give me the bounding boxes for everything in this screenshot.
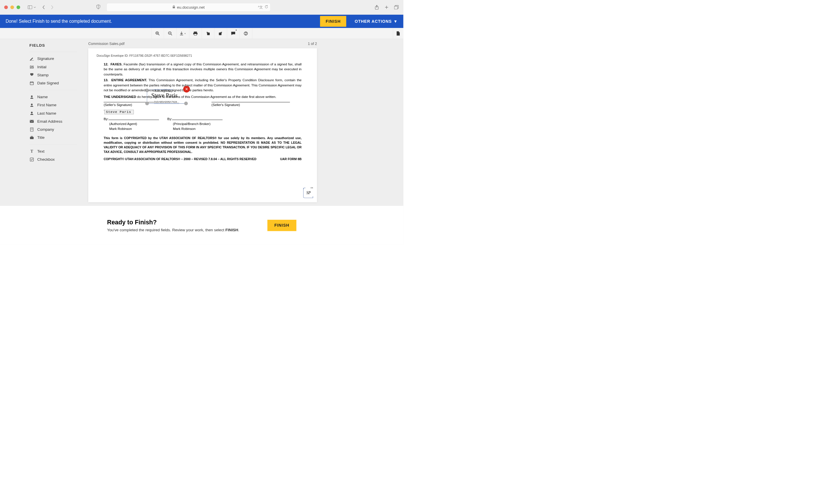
zoom-out-button[interactable] — [164, 28, 177, 39]
tabs-overview-icon[interactable] — [394, 5, 399, 10]
minimize-window-button[interactable] — [10, 5, 14, 9]
browser-chrome: eu.docusign.net ᴬ文 — [0, 0, 404, 15]
other-actions-label: OTHER ACTIONS — [355, 19, 392, 24]
field-title[interactable]: Title — [29, 134, 77, 142]
resize-handle-icon[interactable] — [145, 89, 149, 93]
email-address-icon — [29, 119, 34, 124]
privacy-shield-icon[interactable] — [96, 4, 101, 10]
svg-rect-0 — [28, 5, 32, 9]
svg-point-31 — [31, 95, 33, 97]
envelope-id: DocuSign Envelope ID: FF11879E-D52F-4767… — [97, 54, 308, 58]
download-button[interactable]: ▼ — [177, 28, 189, 39]
finish-button-large[interactable]: FINISH — [267, 220, 296, 231]
initials-ds-label: DS — [311, 187, 313, 189]
svg-rect-34 — [30, 120, 34, 123]
paragraph-13: 13. ENTIRE AGREEMENT. This Commission Ag… — [104, 78, 302, 93]
field-name[interactable]: Name — [29, 93, 77, 101]
company-icon — [29, 127, 34, 132]
refresh-icon[interactable] — [264, 5, 268, 10]
stamp-icon — [29, 73, 34, 77]
resize-handle-icon[interactable] — [184, 102, 188, 105]
typed-name: Steve Paris — [106, 110, 131, 114]
name-icon — [29, 95, 34, 100]
field-label: Date Signed — [37, 81, 59, 86]
signature-hash: 31DAB3AD05A7424... — [154, 101, 179, 104]
close-window-button[interactable] — [4, 5, 8, 9]
comment-button[interactable]: + — [227, 28, 240, 39]
footer-left: COPYRIGHT© UTAH ASSOCIATION OF REALTORS®… — [104, 157, 256, 162]
signature-icon — [29, 57, 34, 61]
signature-field[interactable]: DocuSigned by: Steve Paris 31DAB3AD05A74… — [147, 90, 186, 104]
svg-rect-19 — [194, 32, 197, 33]
svg-rect-9 — [394, 6, 398, 9]
share-icon[interactable] — [374, 5, 380, 10]
field-label: Last Name — [37, 111, 56, 115]
maximize-window-button[interactable] — [17, 5, 20, 9]
ready-heading: Ready to Finish? — [107, 219, 239, 226]
print-button[interactable] — [189, 28, 202, 39]
traffic-lights — [4, 5, 20, 9]
document-page[interactable]: DocuSign Envelope ID: FF11879E-D52F-4767… — [88, 48, 317, 202]
initials-stamp[interactable]: DS SP — [303, 188, 313, 198]
field-signature[interactable]: Signature — [29, 55, 77, 63]
field-company[interactable]: Company — [29, 125, 77, 133]
url-text: eu.docusign.net — [177, 5, 204, 9]
svg-rect-3 — [172, 7, 175, 8]
chevron-down-icon[interactable] — [33, 5, 37, 10]
sidebar-toggle-icon[interactable] — [27, 5, 33, 10]
date-signed-icon — [29, 81, 34, 86]
rotate-left-button[interactable] — [202, 28, 215, 39]
caret-down-icon: ▼ — [393, 19, 398, 24]
svg-rect-40 — [30, 137, 34, 139]
svg-point-25 — [246, 34, 246, 35]
forward-button[interactable] — [49, 5, 55, 10]
svg-line-15 — [171, 34, 172, 35]
remove-signature-button[interactable]: ✕ — [183, 86, 190, 93]
rotate-right-button[interactable] — [215, 28, 227, 39]
undersigned-line: THE UNDERSIGNED do hereby agree to the t… — [104, 94, 302, 99]
last-name-icon — [29, 111, 34, 116]
field-label: Title — [37, 135, 44, 140]
status-banner: Done! Select Finish to send the complete… — [0, 15, 404, 28]
field-date-signed[interactable]: Date Signed — [29, 79, 77, 87]
help-button[interactable] — [240, 28, 252, 39]
copyright-block: This form is COPYRIGHTED by the UTAH ASS… — [104, 136, 302, 154]
page-thumbnails-button[interactable] — [393, 28, 403, 39]
banner-message: Done! Select Finish to send the complete… — [5, 19, 320, 24]
svg-rect-23 — [219, 33, 221, 35]
initial-icon: DS — [29, 65, 34, 69]
field-text[interactable]: TText — [29, 147, 77, 156]
footer-right: UAR FORM 8B — [280, 157, 301, 162]
new-tab-icon[interactable] — [384, 5, 389, 10]
field-label: Stamp — [37, 73, 49, 77]
field-label: Signature — [37, 57, 54, 61]
field-stamp[interactable]: Stamp — [29, 71, 77, 79]
document-toolbar: ▼ + — [0, 28, 404, 39]
field-label: First Name — [37, 103, 57, 107]
initials-text: SP — [306, 190, 311, 195]
by-label-2: By: — [167, 117, 172, 121]
field-label: Name — [37, 95, 47, 99]
url-bar[interactable]: eu.docusign.net ᴬ文 — [107, 3, 270, 11]
field-last-name[interactable]: Last Name — [29, 109, 77, 117]
fields-sidebar: FIELDS SignatureDSInitialStampDate Signe… — [0, 39, 85, 206]
field-email-address[interactable]: Email Address — [29, 117, 77, 125]
principal-broker-label: (Principal/Branch Broker) — [173, 121, 222, 126]
back-button[interactable] — [41, 5, 46, 10]
field-first-name[interactable]: First Name — [29, 101, 77, 109]
name-field[interactable]: Steve Paris — [104, 110, 134, 114]
other-actions-dropdown[interactable]: OTHER ACTIONS ▼ — [355, 19, 398, 24]
resize-handle-icon[interactable] — [145, 102, 149, 105]
finish-button[interactable]: FINISH — [320, 16, 346, 27]
field-initial[interactable]: DSInitial — [29, 63, 77, 71]
signature-script: Steve Paris — [151, 92, 185, 99]
checkbox-icon — [29, 157, 34, 162]
field-checkbox[interactable]: Checkbox — [29, 156, 77, 164]
field-label: Company — [37, 127, 54, 132]
seller-signature-2-label: (Seller's Signature) — [212, 102, 290, 107]
zoom-in-button[interactable] — [151, 28, 164, 39]
document-filename: Commission Sales.pdf — [88, 41, 125, 46]
translate-icon[interactable]: ᴬ文 — [258, 5, 263, 9]
title-icon — [29, 135, 34, 140]
svg-rect-27 — [30, 82, 33, 85]
